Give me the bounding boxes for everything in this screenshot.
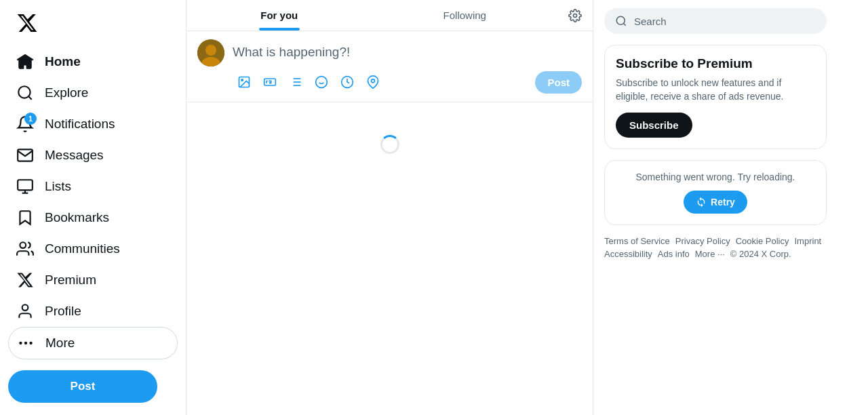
profile-icon [16, 302, 34, 320]
sidebar-item-home[interactable]: Home [8, 46, 178, 77]
search-input[interactable] [634, 16, 816, 27]
search-icon [615, 15, 627, 27]
sidebar-item-explore[interactable]: Explore [8, 77, 178, 108]
location-tool[interactable] [361, 71, 384, 94]
main-feed: For you Following What is happening?! [186, 0, 593, 415]
ads-info-link[interactable]: Ads info [658, 249, 690, 259]
gif-tool[interactable] [258, 71, 281, 94]
schedule-tool[interactable] [336, 71, 359, 94]
more-footer-link[interactable]: More ··· [695, 249, 725, 259]
post-button[interactable]: Post [8, 370, 157, 403]
sidebar-item-premium-label: Premium [45, 273, 96, 288]
compose-area: What is happening?! [186, 31, 593, 102]
bookmarks-icon [16, 209, 34, 226]
premium-icon [16, 271, 34, 289]
sidebar-item-premium[interactable]: Premium [8, 264, 178, 296]
right-sidebar: Subscribe to Premium Subscribe to unlock… [593, 0, 837, 415]
cookie-link[interactable]: Cookie Policy [736, 236, 789, 246]
sidebar-item-more[interactable]: More [8, 327, 178, 359]
svg-point-7 [31, 342, 32, 344]
sidebar-item-notifications[interactable]: 1 Notifications [8, 108, 178, 140]
inline-post-button[interactable]: Post [535, 71, 582, 94]
sidebar-item-lists[interactable]: Lists [8, 171, 178, 202]
feed-tabs: For you Following [186, 0, 593, 31]
tab-following[interactable]: Following [372, 0, 558, 31]
svg-point-11 [205, 45, 216, 56]
premium-description: Subscribe to unlock new features and if … [616, 77, 815, 103]
sidebar-item-bookmarks-label: Bookmarks [45, 210, 109, 225]
compose-placeholder[interactable]: What is happening?! [233, 39, 582, 68]
notifications-icon: 1 [16, 115, 34, 133]
sidebar-item-messages[interactable]: Messages [8, 140, 178, 171]
svg-point-26 [372, 79, 375, 83]
main-nav: Home Explore 1 Notifications Messages [8, 46, 178, 359]
settings-icon [568, 9, 582, 22]
svg-point-4 [20, 242, 26, 248]
svg-point-0 [18, 86, 30, 98]
terms-link[interactable]: Terms of Service [604, 236, 670, 246]
sidebar-item-messages-label: Messages [45, 148, 104, 163]
accessibility-link[interactable]: Accessibility [604, 249, 652, 259]
sidebar-item-more-label: More [45, 336, 75, 351]
retry-icon [696, 197, 707, 208]
sidebar-item-notifications-label: Notifications [45, 117, 115, 132]
list-tool[interactable] [284, 71, 307, 94]
footer-links: Terms of Service Privacy Policy Cookie P… [604, 236, 827, 259]
svg-rect-1 [18, 180, 33, 190]
lists-icon [16, 178, 34, 195]
sidebar: Home Explore 1 Notifications Messages [0, 0, 186, 415]
privacy-link[interactable]: Privacy Policy [675, 236, 730, 246]
sidebar-item-home-label: Home [45, 54, 81, 69]
retry-label: Retry [711, 197, 735, 208]
svg-point-5 [22, 304, 28, 311]
premium-box: Subscribe to Premium Subscribe to unlock… [604, 45, 827, 149]
svg-point-27 [616, 16, 625, 24]
notification-badge: 1 [24, 113, 37, 125]
compose-toolbar: Post [233, 71, 582, 94]
compose-right: What is happening?! [233, 39, 582, 94]
svg-point-8 [20, 342, 21, 344]
avatar-image [197, 39, 224, 66]
communities-icon [16, 240, 34, 258]
x-logo[interactable] [8, 5, 178, 43]
explore-icon [16, 84, 34, 102]
sidebar-item-communities-label: Communities [45, 241, 120, 256]
svg-point-22 [316, 77, 328, 88]
home-icon [16, 53, 34, 71]
sidebar-item-bookmarks[interactable]: Bookmarks [8, 202, 178, 233]
messages-icon [16, 146, 34, 164]
image-tool[interactable] [233, 71, 256, 94]
tab-for-you[interactable]: For you [186, 0, 372, 31]
loading-spinner [380, 135, 399, 154]
emoji-tool[interactable] [310, 71, 333, 94]
search-bar[interactable] [604, 8, 827, 34]
compose-tools [233, 71, 384, 94]
error-message: Something went wrong. Try reloading. [616, 172, 815, 182]
svg-point-6 [25, 342, 26, 344]
premium-title: Subscribe to Premium [616, 56, 815, 71]
imprint-link[interactable]: Imprint [795, 236, 822, 246]
retry-button[interactable]: Retry [684, 191, 747, 214]
sidebar-item-lists-label: Lists [45, 179, 71, 194]
copyright: © 2024 X Corp. [730, 249, 791, 259]
sidebar-item-profile[interactable]: Profile [8, 296, 178, 327]
error-box: Something went wrong. Try reloading. Ret… [604, 160, 827, 225]
sidebar-item-explore-label: Explore [45, 85, 88, 100]
svg-point-14 [241, 79, 243, 81]
user-avatar [197, 39, 224, 66]
feed-settings-button[interactable] [557, 9, 593, 22]
loading-spinner-area [186, 102, 593, 186]
more-icon [17, 334, 35, 352]
subscribe-button[interactable]: Subscribe [616, 113, 692, 138]
svg-point-9 [574, 14, 577, 17]
sidebar-item-profile-label: Profile [45, 304, 81, 319]
sidebar-item-communities[interactable]: Communities [8, 233, 178, 264]
